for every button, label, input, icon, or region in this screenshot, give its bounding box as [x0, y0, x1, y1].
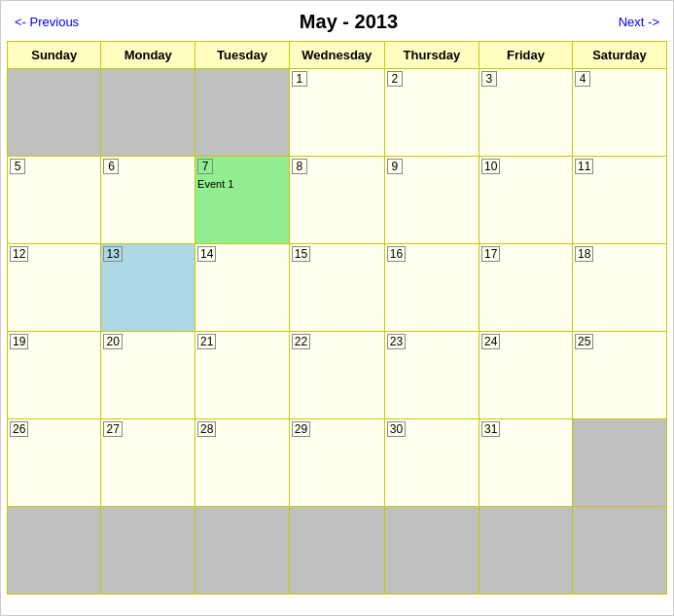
day-number: 13	[103, 246, 122, 262]
calendar-cell[interactable]	[572, 419, 666, 507]
calendar-cell[interactable]: 16	[384, 244, 479, 332]
calendar-week-row: 262728293031	[8, 419, 667, 507]
day-number: 5	[10, 159, 25, 174]
calendar-cell[interactable]: 27	[101, 419, 195, 507]
day-number: 8	[292, 159, 307, 174]
day-number: 1	[292, 71, 307, 87]
calendar-cell[interactable]: 28	[195, 419, 290, 507]
day-number: 24	[481, 334, 500, 349]
calendar-cell[interactable]: 22	[289, 332, 384, 419]
calendar-week-row: 567Event 1891011	[8, 157, 667, 244]
day-number: 20	[103, 334, 122, 349]
prev-link[interactable]: <- Previous	[15, 15, 79, 29]
calendar-cell[interactable]: 13	[101, 244, 195, 332]
calendar-cell[interactable]	[8, 69, 101, 157]
day-number: 15	[292, 246, 310, 262]
calendar-cell[interactable]: 5	[8, 157, 101, 244]
day-number: 4	[575, 71, 590, 87]
day-number: 2	[387, 71, 403, 87]
day-number: 6	[103, 159, 119, 174]
calendar-cell[interactable]: 17	[479, 244, 572, 332]
weekday-header-friday: Friday	[479, 42, 572, 69]
calendar-cell[interactable]: 7Event 1	[195, 157, 290, 244]
calendar-cell[interactable]	[479, 507, 572, 595]
calendar-cell[interactable]: 2	[384, 69, 479, 157]
calendar-cell[interactable]: 19	[8, 332, 101, 419]
day-number: 28	[197, 421, 216, 437]
day-number: 18	[575, 246, 593, 262]
calendar-cell[interactable]: 3	[479, 69, 572, 157]
calendar-cell[interactable]	[101, 69, 195, 157]
day-number: 30	[387, 421, 406, 437]
calendar-cell[interactable]: 20	[101, 332, 195, 419]
day-number: 16	[387, 246, 406, 262]
day-number: 29	[292, 421, 310, 437]
calendar-cell[interactable]	[195, 69, 290, 157]
calendar-cell[interactable]	[384, 507, 479, 595]
calendar-cell[interactable]: 30	[384, 419, 479, 507]
calendar-cell[interactable]: 8	[289, 157, 384, 244]
calendar-cell[interactable]: 31	[479, 419, 572, 507]
calendar-cell[interactable]: 10	[479, 157, 572, 244]
calendar-week-row: 1234	[8, 69, 667, 157]
calendar-cell[interactable]: 15	[289, 244, 384, 332]
calendar-cell[interactable]: 29	[289, 419, 384, 507]
calendar-cell[interactable]: 1	[289, 69, 384, 157]
calendar-cell[interactable]: 18	[572, 244, 666, 332]
day-number: 22	[292, 334, 310, 349]
day-number: 31	[481, 421, 500, 437]
day-number: 10	[481, 159, 500, 174]
day-number: 9	[387, 159, 403, 174]
calendar-cell[interactable]: 9	[384, 157, 479, 244]
calendar-cell[interactable]	[289, 507, 384, 595]
day-number: 17	[481, 246, 500, 262]
day-number: 11	[575, 159, 593, 174]
calendar-week-row	[8, 507, 667, 595]
day-number: 26	[10, 421, 28, 437]
calendar-cell[interactable]: 14	[195, 244, 290, 332]
weekday-header-thursday: Thursday	[384, 42, 479, 69]
weekday-header-tuesday: Tuesday	[195, 42, 290, 69]
calendar-cell[interactable]	[195, 507, 290, 595]
weekday-header-monday: Monday	[101, 42, 195, 69]
calendar-cell[interactable]	[572, 507, 666, 595]
weekday-header-saturday: Saturday	[572, 42, 666, 69]
day-number: 27	[103, 421, 122, 437]
calendar-cell[interactable]	[101, 507, 195, 595]
calendar-cell[interactable]: 6	[101, 157, 195, 244]
calendar-table: SundayMondayTuesdayWednesdayThursdayFrid…	[7, 41, 667, 595]
calendar-title: May - 2013	[300, 11, 398, 33]
calendar-week-row: 12131415161718	[8, 244, 667, 332]
weekday-header-sunday: Sunday	[8, 42, 101, 69]
day-number: 3	[481, 71, 497, 87]
day-number: 23	[387, 334, 406, 349]
calendar-cell[interactable]: 4	[572, 69, 666, 157]
event-label[interactable]: Event 1	[197, 178, 287, 190]
day-number: 7	[197, 159, 213, 174]
calendar-week-row: 19202122232425	[8, 332, 667, 419]
calendar-cell[interactable]: 26	[8, 419, 101, 507]
weekday-header-row: SundayMondayTuesdayWednesdayThursdayFrid…	[8, 42, 667, 69]
calendar-cell[interactable]: 24	[479, 332, 572, 419]
calendar-cell[interactable]: 23	[384, 332, 479, 419]
calendar-cell[interactable]: 25	[572, 332, 666, 419]
weekday-header-wednesday: Wednesday	[289, 42, 384, 69]
day-number: 12	[10, 246, 28, 262]
next-link[interactable]: Next ->	[619, 15, 659, 29]
calendar-nav: <- Previous May - 2013 Next ->	[7, 7, 667, 37]
day-number: 21	[197, 334, 216, 349]
calendar-cell[interactable]: 21	[195, 332, 290, 419]
day-number: 19	[10, 334, 28, 349]
calendar-container: <- Previous May - 2013 Next -> SundayMon…	[0, 0, 674, 616]
calendar-cell[interactable]: 11	[572, 157, 666, 244]
day-number: 25	[575, 334, 593, 349]
calendar-cell[interactable]	[8, 507, 101, 595]
day-number: 14	[197, 246, 216, 262]
calendar-cell[interactable]: 12	[8, 244, 101, 332]
